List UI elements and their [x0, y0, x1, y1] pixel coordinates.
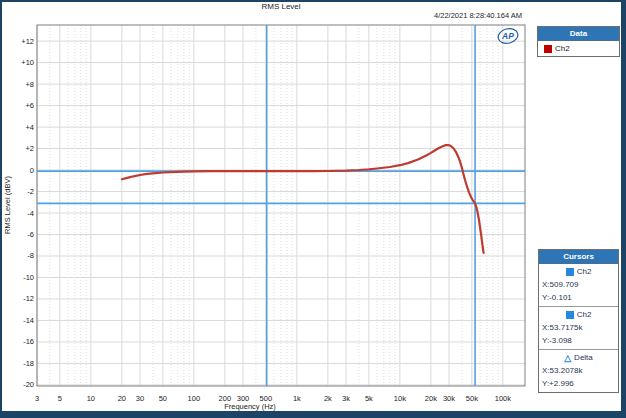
y-axis-label: RMS Level (dBV)	[3, 176, 12, 234]
y-tick-label: -16	[23, 337, 34, 346]
y-tick-label: -10	[23, 273, 34, 282]
cursor-y-value: Y:-3.098	[539, 334, 618, 347]
series-color-swatch	[544, 45, 552, 53]
legend-item-ch2[interactable]: Ch2	[538, 41, 619, 56]
x-tick-label: 30	[136, 394, 144, 403]
cursor-entry: Ch2X:53.7175kY:-3.098	[539, 306, 618, 349]
cursor-entry-header: Ch2	[539, 308, 618, 321]
data-panel: Data Ch2	[537, 26, 620, 57]
y-tick-label: +2	[25, 144, 34, 153]
y-tick-label: -8	[27, 251, 34, 260]
delta-icon: △	[564, 353, 571, 363]
ap-logo-text: AP	[501, 31, 514, 41]
legend-label: Ch2	[555, 44, 570, 53]
plot-area[interactable]: 35102030501002003005001k2k3k5k10k20k30k5…	[0, 0, 626, 418]
y-tick-label: +10	[21, 58, 34, 67]
cursor-entry-label: Delta	[574, 351, 593, 364]
cursor-x-value: X:53.7175k	[539, 321, 618, 334]
data-panel-header: Data	[538, 27, 619, 41]
series-curve-ch2	[122, 145, 484, 253]
y-tick-label: -18	[23, 359, 34, 368]
x-tick-label: 10k	[394, 394, 406, 403]
cursor-entries: Ch2X:509.709Y:-0.101Ch2X:53.7175kY:-3.09…	[539, 264, 618, 392]
cursors-panel-header: Cursors	[539, 250, 618, 264]
cursor-x-value: X:53.2078k	[539, 364, 618, 377]
y-tick-label: -6	[27, 230, 34, 239]
x-tick-label: 1k	[293, 394, 301, 403]
app-window: 35102030501002003005001k2k3k5k10k20k30k5…	[0, 0, 626, 418]
window-frame-top	[0, 0, 626, 2]
window-frame-bottom	[0, 411, 626, 418]
x-tick-label: 5k	[365, 394, 373, 403]
x-tick-label: 5	[58, 394, 62, 403]
cursor-entry: △DeltaX:53.2078kY:+2.996	[539, 349, 618, 392]
x-tick-label: 20k	[425, 394, 437, 403]
x-tick-label: 2k	[324, 394, 332, 403]
timestamp: 4/22/2021 8:28:40.164 AM	[300, 11, 522, 20]
cursor-square-icon	[566, 268, 574, 276]
cursor-y-value: Y:+2.996	[539, 377, 618, 390]
cursor-y-value: Y:-0.101	[539, 291, 618, 304]
window-frame-left	[0, 0, 2, 418]
y-tick-label: -4	[27, 209, 34, 218]
x-tick-label: 30k	[443, 394, 455, 403]
y-tick-label: +4	[25, 123, 34, 132]
y-tick-label: +8	[25, 80, 34, 89]
x-tick-label: 100	[188, 394, 201, 403]
cursor-square-icon	[566, 311, 574, 319]
cursor-entry-header: △Delta	[539, 351, 618, 364]
y-tick-label: +12	[21, 37, 34, 46]
cursor-entry-header: Ch2	[539, 265, 618, 278]
y-tick-label: +6	[25, 101, 34, 110]
y-tick-label: -20	[23, 380, 34, 389]
cursor-x-value: X:509.709	[539, 278, 618, 291]
x-tick-label: 20	[118, 394, 126, 403]
x-tick-label: 3k	[342, 394, 350, 403]
cursors-panel: Cursors Ch2X:509.709Y:-0.101Ch2X:53.7175…	[538, 249, 619, 393]
y-tick-label: -2	[27, 187, 34, 196]
cursor-entry: Ch2X:509.709Y:-0.101	[539, 264, 618, 306]
x-tick-label: 3	[35, 394, 39, 403]
x-tick-label: 50	[159, 394, 167, 403]
cursor-entry-label: Ch2	[577, 308, 592, 321]
window-frame-right	[621, 0, 626, 418]
x-tick-label: 50k	[466, 394, 478, 403]
x-tick-label: 100k	[495, 394, 512, 403]
y-tick-label: 0	[30, 166, 34, 175]
cursor-entry-label: Ch2	[577, 265, 592, 278]
y-tick-label: -12	[23, 294, 34, 303]
x-axis-label: Frequency (Hz)	[224, 402, 276, 411]
x-tick-label: 10	[87, 394, 95, 403]
chart-title: RMS Level	[37, 2, 525, 11]
y-tick-label: -14	[23, 316, 34, 325]
